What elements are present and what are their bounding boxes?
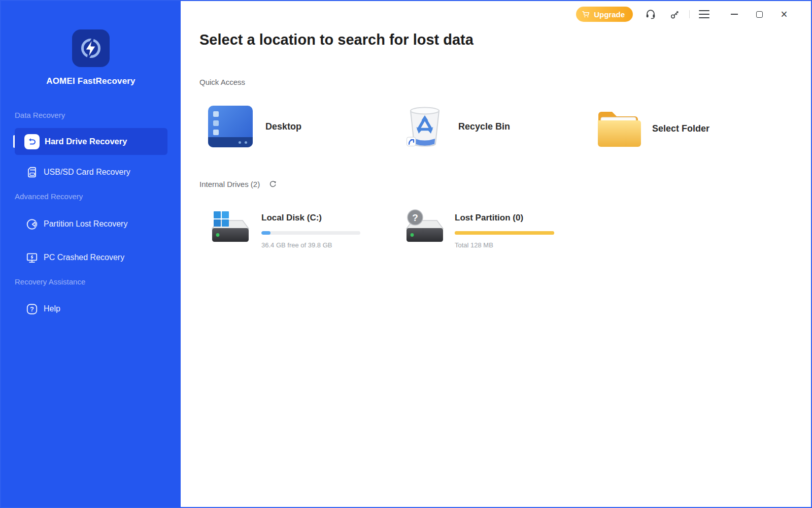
sidebar-item-label: Hard Drive Recovery: [45, 137, 127, 146]
drive-usage-bar: [261, 231, 360, 235]
sidebar-item-label: PC Crashed Recovery: [44, 253, 124, 262]
upgrade-button[interactable]: Upgrade: [576, 7, 633, 22]
quick-access-label-select-folder: Select Folder: [652, 123, 709, 134]
drive-name: Local Disk (C:): [261, 213, 360, 223]
quick-access-label: Quick Access: [199, 78, 245, 86]
internal-drives-label-text: Internal Drives (2): [199, 180, 260, 188]
crashed-pc-icon: [25, 251, 39, 264]
drive-usage-bar: [455, 231, 554, 235]
menu-icon[interactable]: [699, 10, 709, 18]
quick-access-select-folder[interactable]: Select Folder: [595, 108, 709, 149]
sidebar-item-partition-lost-recovery[interactable]: Partition Lost Recovery: [15, 212, 167, 236]
app-window: AOMEI FastRecovery Data Recovery Hard Dr…: [0, 0, 812, 508]
undo-arrow-icon: [24, 134, 40, 149]
quick-access-label-desktop: Desktop: [265, 121, 301, 132]
drive-detail: 36.4 GB free of 39.8 GB: [261, 241, 360, 249]
sidebar-item-help[interactable]: ? Help: [15, 297, 167, 321]
drive-usage-bar-fill: [455, 231, 554, 235]
sidebar: AOMEI FastRecovery Data Recovery Hard Dr…: [1, 1, 181, 507]
section-label-advanced-recovery: Advanced Recovery: [15, 192, 83, 201]
minimize-button[interactable]: [727, 7, 742, 22]
headset-icon[interactable]: [645, 9, 656, 20]
drive-detail: Total 128 MB: [455, 241, 554, 249]
sidebar-item-label: Partition Lost Recovery: [44, 219, 127, 229]
svg-text:?: ?: [412, 212, 418, 223]
recycle-bin-icon: [405, 104, 445, 149]
hard-drive-unknown-icon: ?: [404, 208, 445, 245]
question-icon: ?: [25, 302, 39, 315]
key-icon[interactable]: [669, 9, 680, 20]
close-button[interactable]: ×: [776, 7, 792, 22]
drive-name: Lost Partition (0): [455, 213, 554, 223]
sd-card-icon: [25, 166, 39, 179]
sidebar-item-label: USB/SD Card Recovery: [44, 168, 130, 177]
sidebar-item-pc-crashed-recovery[interactable]: PC Crashed Recovery: [15, 246, 167, 269]
quick-access-recycle-bin[interactable]: Recycle Bin: [405, 104, 510, 149]
maximize-button[interactable]: [752, 7, 767, 22]
sidebar-item-hard-drive-recovery[interactable]: Hard Drive Recovery: [15, 128, 167, 155]
drive-lost-partition[interactable]: ? Lost Partition (0) Total 128 MB: [404, 208, 445, 245]
titlebar: Upgrade ×: [181, 1, 811, 27]
sidebar-item-label: Help: [44, 304, 60, 313]
section-label-recovery-assistance: Recovery Assistance: [15, 277, 85, 286]
quick-access-label-recycle-bin: Recycle Bin: [458, 121, 510, 132]
page-title: Select a location to search for lost dat…: [199, 31, 473, 48]
sidebar-item-usb-sd-card-recovery[interactable]: USB/SD Card Recovery: [15, 161, 167, 184]
cart-icon: [582, 11, 590, 18]
app-name: AOMEI FastRecovery: [1, 76, 181, 86]
refresh-icon[interactable]: [269, 180, 277, 189]
titlebar-divider: [689, 10, 690, 18]
drive-local-disk-c[interactable]: Local Disk (C:) 36.4 GB free of 39.8 GB: [210, 208, 251, 245]
close-icon: ×: [781, 9, 787, 20]
drive-usage-bar-fill: [261, 231, 270, 235]
section-label-data-recovery: Data Recovery: [15, 111, 65, 119]
hard-drive-windows-icon: [210, 208, 251, 245]
desktop-icon: [208, 106, 253, 147]
upgrade-button-label: Upgrade: [594, 10, 625, 19]
quick-access-desktop[interactable]: Desktop: [208, 106, 301, 147]
app-logo: [72, 29, 110, 67]
svg-text:?: ?: [30, 305, 34, 313]
lightning-bolt-icon: [79, 36, 103, 60]
partition-icon: [25, 217, 39, 231]
minimize-icon: [731, 14, 738, 15]
internal-drives-label: Internal Drives (2): [199, 180, 277, 189]
maximize-icon: [756, 11, 763, 18]
folder-icon: [595, 108, 641, 149]
